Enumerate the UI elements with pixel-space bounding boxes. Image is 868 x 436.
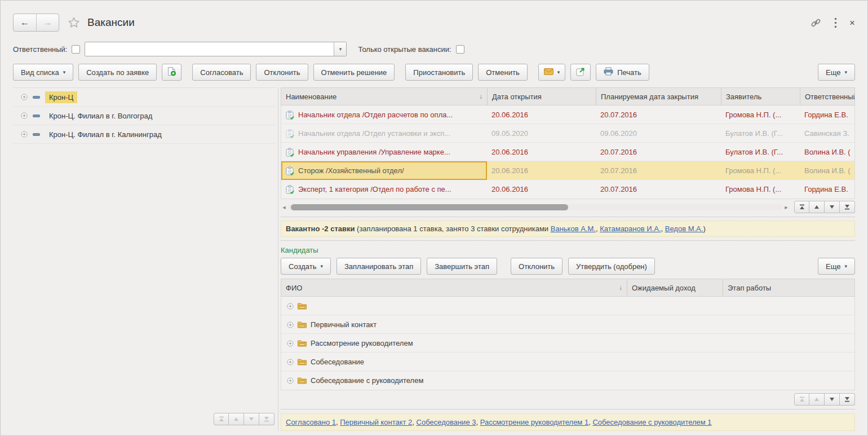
approve-button[interactable]: Согласовать bbox=[192, 64, 251, 81]
folder-icon bbox=[298, 377, 307, 384]
vacancy-row-selected[interactable]: Сторож /Хозяйственный отдел/ 20.06.2016 … bbox=[281, 161, 854, 180]
column-header-responsible[interactable]: Ответственный bbox=[800, 88, 854, 105]
open-external-button[interactable] bbox=[570, 64, 591, 81]
more-button[interactable]: Еще▾ bbox=[818, 64, 855, 81]
scroll-to-top-button[interactable] bbox=[794, 201, 809, 213]
scroll-to-bottom-button[interactable] bbox=[840, 201, 855, 213]
print-button[interactable]: Печать bbox=[596, 64, 649, 81]
view-list-button[interactable]: Вид списка▾ bbox=[13, 64, 73, 81]
vacancy-document-icon bbox=[286, 148, 294, 157]
horizontal-scrollbar: ◂ ▸ bbox=[281, 202, 790, 212]
suspend-button[interactable]: Приостановить bbox=[405, 64, 473, 81]
expand-icon[interactable] bbox=[287, 359, 294, 365]
get-link-icon[interactable] bbox=[810, 17, 822, 29]
create-by-request-button[interactable]: Создать по заявке bbox=[78, 64, 157, 81]
candidate-group-row[interactable]: Собеседование bbox=[281, 353, 854, 371]
scroll-to-bottom-button[interactable] bbox=[840, 393, 855, 406]
scroll-down-button[interactable] bbox=[244, 413, 259, 425]
chevron-down-icon: ▾ bbox=[63, 69, 66, 75]
scroll-up-button[interactable] bbox=[809, 201, 825, 213]
responsible-dropdown-button[interactable]: ▾ bbox=[334, 42, 346, 56]
send-email-button[interactable]: ▾ bbox=[538, 64, 566, 81]
only-open-checkbox[interactable] bbox=[456, 45, 464, 54]
favorite-star-icon[interactable] bbox=[67, 16, 81, 29]
separator bbox=[281, 240, 855, 241]
scroll-to-bottom-button[interactable] bbox=[259, 413, 274, 425]
stage-link[interactable]: Первичный контакт 2 bbox=[340, 418, 412, 426]
employee-link[interactable]: Ведов М.А. bbox=[665, 224, 703, 233]
expand-icon[interactable] bbox=[287, 322, 294, 328]
responsible-combo: ▾ bbox=[85, 42, 347, 56]
approve-candidate-button[interactable]: Утвердить (одобрен) bbox=[568, 258, 655, 275]
candidate-group-row[interactable]: Первичный контакт bbox=[281, 315, 854, 334]
expand-icon[interactable] bbox=[287, 377, 294, 384]
cancel-button[interactable]: Отменить bbox=[478, 64, 527, 81]
candidate-group-row[interactable]: Рассмотрение руководителем bbox=[281, 334, 854, 353]
expand-icon[interactable] bbox=[287, 340, 294, 347]
main-area: Крон-Ц Крон-Ц. Филиал в г. Волгоград Кро… bbox=[13, 87, 855, 431]
tree-item-label: Крон-Ц bbox=[45, 91, 77, 103]
column-header-planned-close[interactable]: Планируемая дата закрытия bbox=[596, 88, 721, 105]
responsible-filter-checkbox[interactable] bbox=[72, 45, 80, 54]
scroll-left-icon[interactable]: ◂ bbox=[281, 204, 287, 211]
vacancy-row[interactable]: Начальник отдела /Отдел расчетов по опла… bbox=[281, 105, 854, 124]
stage-link[interactable]: Рассмотрение руководителем 1 bbox=[480, 418, 588, 426]
plan-stage-button[interactable]: Запланировать этап bbox=[336, 258, 421, 275]
decline-button[interactable]: Отклонить bbox=[256, 64, 308, 81]
tree-item-branch-kaliningrad[interactable]: Крон-Ц. Филиал в г. Калининград bbox=[13, 125, 276, 144]
candidates-more-button[interactable]: Еще▾ bbox=[818, 258, 855, 275]
chevron-down-icon: ▾ bbox=[320, 263, 323, 269]
employee-link[interactable]: Катамаранов И.А. bbox=[600, 224, 661, 233]
candidate-group-row[interactable] bbox=[281, 297, 854, 315]
scrollbar-thumb[interactable] bbox=[291, 204, 568, 210]
forward-button[interactable]: → bbox=[36, 14, 59, 31]
create-document-button[interactable] bbox=[162, 64, 181, 81]
scroll-up-button[interactable] bbox=[809, 393, 825, 406]
tree-item-kron-c[interactable]: Крон-Ц bbox=[13, 88, 276, 107]
decline-candidate-button[interactable]: Отклонить bbox=[511, 258, 563, 275]
scrollbar-track[interactable] bbox=[287, 204, 783, 210]
column-header-open-date[interactable]: Дата открытия bbox=[487, 88, 596, 105]
more-menu-kebab-icon[interactable] bbox=[834, 17, 837, 28]
expand-icon[interactable] bbox=[21, 94, 28, 100]
column-header-expected-income[interactable]: Ожидаемый доход bbox=[627, 279, 723, 296]
stage-link[interactable]: Согласовано 1 bbox=[286, 418, 336, 426]
stage-summary-bar: Согласовано 1, Первичный контакт 2, Собе… bbox=[281, 413, 855, 431]
scroll-up-button[interactable] bbox=[229, 413, 244, 425]
column-header-fio[interactable]: ФИО↓ bbox=[281, 279, 627, 296]
create-candidate-button[interactable]: Создать▾ bbox=[281, 258, 331, 275]
chevron-down-icon: ▾ bbox=[844, 69, 847, 75]
column-header-work-stage[interactable]: Этап работы bbox=[723, 279, 854, 296]
back-button[interactable]: ← bbox=[14, 14, 36, 31]
stage-link[interactable]: Собеседование с руководителем 1 bbox=[592, 418, 711, 426]
scroll-down-button[interactable] bbox=[825, 201, 840, 213]
candidates-scroll-row bbox=[281, 393, 855, 406]
scroll-down-button[interactable] bbox=[825, 393, 840, 406]
candidates-table-body: Первичный контакт Рассмотрение руководит… bbox=[281, 297, 855, 390]
tree-item-branch-volgograd[interactable]: Крон-Ц. Филиал в г. Волгоград bbox=[13, 107, 276, 125]
expand-icon[interactable] bbox=[21, 112, 28, 119]
vacancy-row[interactable]: Эксперт, 1 категория /Отдел по работе с … bbox=[281, 180, 854, 199]
vacancy-row[interactable]: Начальник отдела /Отдел установки и эксп… bbox=[281, 124, 854, 143]
scroll-to-top-button[interactable] bbox=[794, 393, 809, 406]
folder-icon bbox=[298, 302, 307, 310]
expand-icon[interactable] bbox=[21, 131, 28, 138]
column-header-name[interactable]: Наименование↓ bbox=[281, 88, 487, 105]
candidate-group-row[interactable]: Собеседование с руководителем bbox=[281, 371, 854, 390]
cancel-decision-button[interactable]: Отменить решение bbox=[313, 64, 395, 81]
candidates-section-label: Кандидаты bbox=[281, 246, 855, 254]
stage-link[interactable]: Собеседование 3 bbox=[417, 418, 476, 426]
vacancy-document-icon bbox=[286, 166, 294, 175]
finish-stage-button[interactable]: Завершить этап bbox=[427, 258, 497, 275]
close-icon[interactable]: × bbox=[849, 18, 855, 28]
responsible-input[interactable] bbox=[85, 42, 334, 56]
employee-link[interactable]: Ваньков А.М. bbox=[551, 224, 596, 233]
organization-icon bbox=[33, 114, 40, 117]
expand-icon[interactable] bbox=[287, 303, 294, 310]
sort-desc-icon: ↓ bbox=[619, 284, 622, 292]
scroll-right-icon[interactable]: ▸ bbox=[783, 204, 790, 211]
vacancy-row[interactable]: Начальник управления /Управление марке..… bbox=[281, 143, 854, 161]
external-link-icon bbox=[576, 67, 585, 78]
column-header-applicant[interactable]: Заявитель bbox=[721, 88, 800, 105]
scroll-to-top-button[interactable] bbox=[214, 413, 229, 425]
